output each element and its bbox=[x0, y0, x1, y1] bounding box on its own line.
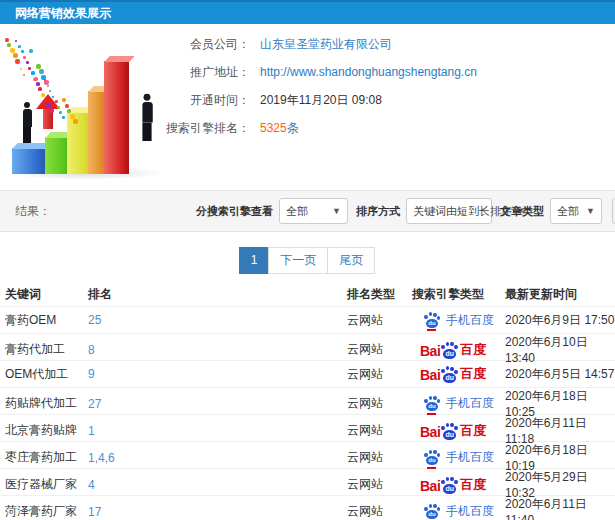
article-type-label: 文章类型 bbox=[500, 204, 544, 219]
engine-filter-select[interactable]: 全部 ▼ bbox=[279, 198, 348, 224]
table-row: 医疗器械厂家4云网站Baidu百度2020年5月29日 10:32 bbox=[0, 468, 615, 495]
rank-link[interactable]: 1 bbox=[88, 424, 95, 438]
promo-url-label: 推广地址： bbox=[160, 64, 250, 81]
keyword-cell: 菏泽膏药厂家 bbox=[5, 503, 88, 520]
paw-toe bbox=[454, 426, 458, 430]
updated-cell: 2020年6月5日 14:57 bbox=[505, 366, 615, 383]
baidu-logo: Baidu百度 bbox=[420, 341, 486, 359]
rank-link[interactable]: 27 bbox=[88, 397, 101, 411]
keyword-cell: 药贴牌代加工 bbox=[5, 395, 88, 412]
header-engine-type: 搜索引擎类型 bbox=[412, 286, 505, 303]
page-button-last[interactable]: 尾页 bbox=[327, 247, 375, 274]
chevron-down-icon: ▼ bbox=[586, 206, 595, 216]
engine-filter-label: 分搜索引擎查看 bbox=[196, 204, 273, 219]
confetti-dot bbox=[38, 87, 42, 91]
info-row-company: 会员公司： 山东皇圣堂药业有限公司 bbox=[160, 30, 477, 58]
mobile-baidu-logo: du手机百度 bbox=[424, 503, 494, 520]
rank-type-cell: 云网站 bbox=[347, 476, 412, 493]
results-table: 关键词 排名 排名类型 搜索引擎类型 最新更新时间 膏药OEM25云网站du手机… bbox=[0, 282, 615, 520]
confetti-dot bbox=[57, 106, 60, 109]
paw-toe bbox=[437, 507, 441, 511]
paw-toe bbox=[429, 396, 433, 400]
confetti-dot bbox=[62, 116, 65, 119]
keyword-cell: 膏药代加工 bbox=[5, 341, 88, 358]
sort-filter-select[interactable]: 关键词由短到长排序 ▼ bbox=[406, 198, 492, 224]
rank-cell: 1 bbox=[88, 424, 347, 438]
keyword-cell: 枣庄膏药加工 bbox=[5, 449, 88, 466]
mobile-baidu-paw-icon: du bbox=[424, 504, 440, 520]
keyword-cell: 医疗器械厂家 bbox=[5, 476, 88, 493]
paw-toe bbox=[454, 480, 458, 484]
baidu-logo: Baidu百度 bbox=[420, 365, 486, 383]
rank-cell: 27 bbox=[88, 397, 347, 411]
rank-type-cell: 云网站 bbox=[347, 449, 412, 466]
engine-cell: du手机百度 bbox=[412, 449, 505, 466]
confetti-dot bbox=[26, 61, 29, 64]
table-row: 膏药代加工8云网站Baidu百度2020年6月10日 13:40 bbox=[0, 333, 615, 360]
baidu-paw-icon: du bbox=[441, 366, 459, 384]
mobile-baidu-logo: du手机百度 bbox=[424, 312, 494, 329]
rank-link[interactable]: 9 bbox=[88, 367, 95, 381]
member-info-section: 会员公司： 山东皇圣堂药业有限公司 推广地址： http://www.shand… bbox=[0, 24, 615, 190]
header-updated: 最新更新时间 bbox=[505, 286, 615, 303]
confetti-dot bbox=[5, 38, 9, 42]
confetti-dot bbox=[36, 64, 41, 69]
paw-toe bbox=[441, 369, 445, 373]
confetti-dot bbox=[29, 49, 33, 53]
mobile-baidu-label: 手机百度 bbox=[446, 503, 494, 520]
engine-cell: Baidu百度 bbox=[412, 422, 505, 440]
company-link[interactable]: 山东皇圣堂药业有限公司 bbox=[260, 36, 392, 53]
table-row: 膏药OEM25云网站du手机百度2020年6月9日 17:50 bbox=[0, 306, 615, 333]
baidu-paw-icon: du bbox=[441, 477, 459, 495]
info-rows: 会员公司： 山东皇圣堂药业有限公司 推广地址： http://www.shand… bbox=[160, 30, 477, 142]
confetti-dot bbox=[7, 43, 11, 47]
page-title: 网络营销效果展示 bbox=[0, 2, 615, 24]
rank-link[interactable]: 1,4,6 bbox=[88, 451, 115, 465]
updated-cell: 2020年6月11日 11:40 bbox=[505, 496, 615, 520]
rank-link[interactable]: 25 bbox=[88, 313, 101, 327]
result-label: 结果： bbox=[0, 203, 51, 220]
confetti-dot bbox=[15, 40, 17, 42]
baidu-logo-bai: Bai bbox=[420, 478, 440, 494]
rank-type-cell: 云网站 bbox=[347, 422, 412, 439]
rank-link[interactable]: 17 bbox=[88, 505, 101, 519]
confetti-dot bbox=[41, 93, 45, 97]
engine-cell: Baidu百度 bbox=[412, 476, 505, 494]
rank-count-unit: 条 bbox=[287, 121, 299, 135]
rank-type-cell: 云网站 bbox=[347, 341, 412, 358]
confetti-dot bbox=[59, 111, 62, 114]
promo-url-link[interactable]: http://www.shandonghuangshengtang.cn bbox=[260, 65, 477, 79]
paw-pad: du bbox=[426, 456, 438, 465]
paw-toe bbox=[433, 450, 437, 454]
growth-chart-illustration bbox=[0, 28, 185, 186]
confetti-dot bbox=[62, 98, 66, 102]
confetti-dot bbox=[52, 96, 54, 98]
page-button-next[interactable]: 下一页 bbox=[268, 247, 328, 274]
engine-cell: Baidu百度 bbox=[412, 365, 505, 383]
page-button-current[interactable]: 1 bbox=[239, 247, 270, 274]
rank-cell: 8 bbox=[88, 343, 347, 357]
paw-toe bbox=[446, 477, 450, 481]
article-type-select[interactable]: 全部 ▼ bbox=[550, 198, 602, 224]
rank-link[interactable]: 4 bbox=[88, 478, 95, 492]
engine-cell: Baidu百度 bbox=[412, 341, 505, 359]
rank-cell: 25 bbox=[88, 313, 347, 327]
paw-pad: du bbox=[443, 484, 456, 494]
bar-blue bbox=[12, 148, 47, 174]
baidu-logo: Baidu百度 bbox=[420, 476, 486, 494]
paw-toe bbox=[437, 316, 441, 320]
rank-cell: 17 bbox=[88, 505, 347, 519]
paw-toe bbox=[446, 342, 450, 346]
pagination: 1 下一页 尾页 bbox=[0, 247, 615, 274]
info-row-url: 推广地址： http://www.shandonghuangshengtang.… bbox=[160, 58, 477, 86]
keyword-cell: OEM代加工 bbox=[5, 366, 88, 383]
confetti-dot bbox=[10, 48, 15, 53]
mobile-baidu-paw-icon: du bbox=[424, 312, 440, 328]
rank-type-cell: 云网站 bbox=[347, 312, 412, 329]
confetti-dot bbox=[23, 74, 25, 76]
rank-link[interactable]: 8 bbox=[88, 343, 95, 357]
paw-toe bbox=[424, 399, 428, 403]
paw-toe bbox=[429, 504, 433, 508]
paw-toe bbox=[424, 453, 428, 457]
baidu-logo-cn: 百度 bbox=[460, 365, 486, 383]
